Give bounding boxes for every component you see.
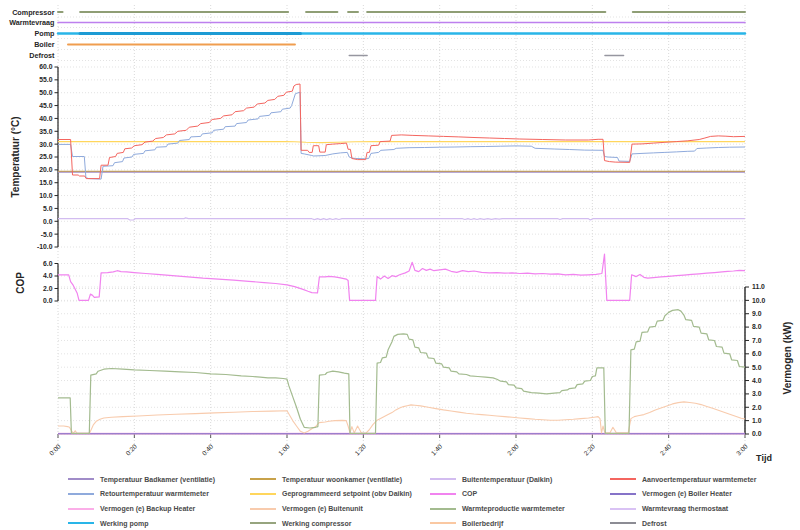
time-tick-label: 1:20 (353, 442, 367, 456)
power-tick-label: 1.0 (752, 417, 762, 424)
legend-item-warmtevraag-thermostaat: Warmtevraag thermostaat (610, 503, 728, 515)
legend-label-defrost: Defrost (642, 520, 667, 527)
temperature-tick-label: 45.0 (39, 102, 52, 109)
legend-item-buitentemperatuur-daikin: Buitentemperatuur (Daikin) (430, 473, 552, 485)
status-label-compressor: Compressor (12, 8, 55, 17)
time-tick-label: 1:00 (277, 442, 291, 456)
time-tick-label: 2:20 (582, 442, 596, 456)
series-buitentemperatuur-daikin (58, 218, 745, 220)
power-tick-label: 3.0 (752, 390, 762, 397)
legend-item-temperatuur-woonkamer-ventilatie: Temperatuur woonkamer (ventilatie) (250, 473, 402, 485)
legend-swatch-aanvoertemperatuur-warmtemeter (610, 478, 636, 480)
temperature-tick-label: 60.0 (39, 63, 52, 70)
status-label-warmtevraag: Warmtevraag (9, 18, 54, 27)
chart-legend: Temperatuur Badkamer (ventilatie)Retourt… (0, 470, 800, 530)
series-aanvoertemperatuur-warmtemeter (58, 84, 745, 179)
power-tick-label: 4.0 (752, 377, 762, 384)
temperature-tick-label: 0.0 (43, 218, 53, 225)
cop-tick-label: 4.0 (43, 272, 53, 279)
legend-item-cop: COP (430, 488, 477, 500)
power-tick-label: 0.0 (752, 430, 762, 437)
chart-canvas: 60.055.050.045.040.035.030.025.020.015.0… (0, 0, 800, 530)
legend-swatch-temperatuur-woonkamer-ventilatie (250, 478, 276, 480)
legend-swatch-buitentemperatuur-daikin (430, 478, 456, 480)
temperature-tick-label: 5.0 (43, 205, 53, 212)
series-vermogen-e-buitenunit (58, 402, 745, 433)
status-label-pomp: Pomp (35, 29, 56, 38)
status-label-boiler: Boiler (34, 40, 55, 49)
legend-label-aanvoertemperatuur-warmtemeter: Aanvoertemperatuur warmtemeter (642, 476, 756, 483)
legend-item-defrost: Defrost (610, 517, 667, 529)
legend-label-vermogen-e-boiler-heater: Vermogen (e) Boiler Heater (642, 490, 732, 497)
cop-tick-label: 6.0 (43, 260, 53, 267)
series-retourtemperatuur-warmtemeter (58, 92, 745, 179)
legend-item-boilerbedrijf: Boilerbedrijf (430, 517, 503, 529)
legend-label-werking-compressor: Werking compressor (282, 520, 352, 527)
power-tick-label: 2.0 (752, 404, 762, 411)
power-tick-label: 11.0 (752, 283, 765, 290)
legend-item-temperatuur-badkamer-ventilatie: Temperatuur Badkamer (ventilatie) (68, 473, 215, 485)
legend-swatch-werking-compressor (250, 522, 276, 524)
legend-label-warmteproductie-warmtemeter: Warmteproductie warmtemeter (462, 505, 565, 512)
cop-tick-label: 2.0 (43, 285, 53, 292)
series-cop (58, 254, 745, 300)
legend-swatch-temperatuur-badkamer-ventilatie (68, 478, 94, 480)
legend-label-vermogen-e-backup-heater: Vermogen (e) Backup Heater (100, 505, 195, 512)
legend-item-warmteproductie-warmtemeter: Warmteproductie warmtemeter (430, 503, 565, 515)
temperature-tick-label: 25.0 (39, 153, 52, 160)
legend-swatch-cop (430, 493, 456, 495)
power-axis-title: Vermogen (kW) (782, 322, 793, 395)
time-tick-label: 2:00 (506, 442, 520, 456)
legend-swatch-warmtevraag-thermostaat (610, 508, 636, 510)
temperature-axis-title: Temperatuur (°C) (10, 116, 21, 197)
legend-swatch-geprogrammeerd-setpoint-obv-daikin (250, 493, 276, 495)
cop-axis-title: COP (15, 272, 26, 294)
heatpump-monitor-chart: 60.055.050.045.040.035.030.025.020.015.0… (0, 0, 800, 530)
legend-item-geprogrammeerd-setpoint-obv-daikin: Geprogrammeerd setpoint (obv Daikin) (250, 488, 412, 500)
temperature-tick-label: 50.0 (39, 89, 52, 96)
power-tick-label: 10.0 (752, 297, 765, 304)
legend-label-warmtevraag-thermostaat: Warmtevraag thermostaat (642, 505, 728, 512)
temperature-tick-label: -5.0 (41, 231, 53, 238)
legend-item-werking-pomp: Werking pomp (68, 517, 148, 529)
legend-item-vermogen-e-backup-heater: Vermogen (e) Backup Heater (68, 503, 195, 515)
temperature-tick-label: 40.0 (39, 115, 52, 122)
legend-label-werking-pomp: Werking pomp (100, 520, 148, 527)
legend-swatch-boilerbedrijf (430, 522, 456, 524)
legend-label-temperatuur-woonkamer-ventilatie: Temperatuur woonkamer (ventilatie) (282, 476, 402, 483)
legend-swatch-retourtemperatuur-warmtemeter (68, 493, 94, 495)
series-geprogrammeerd-setpoint-obv-daikin (58, 142, 745, 143)
power-tick-label: 7.0 (752, 337, 762, 344)
legend-label-retourtemperatuur-warmtemeter: Retourtemperatuur warmtemeter (100, 490, 209, 497)
legend-swatch-vermogen-e-backup-heater (68, 508, 94, 510)
power-tick-label: 9.0 (752, 310, 762, 317)
legend-label-cop: COP (462, 490, 477, 497)
temperature-tick-label: 10.0 (39, 192, 52, 199)
legend-swatch-defrost (610, 522, 636, 524)
legend-label-buitentemperatuur-daikin: Buitentemperatuur (Daikin) (462, 476, 552, 483)
time-tick-label: 3:00 (735, 442, 749, 456)
power-tick-label: 5.0 (752, 364, 762, 371)
legend-item-vermogen-e-buitenunit: Vermogen (e) Buitenunit (250, 503, 363, 515)
temperature-tick-label: 20.0 (39, 166, 52, 173)
legend-swatch-warmteproductie-warmtemeter (430, 508, 456, 510)
temperature-tick-label: 35.0 (39, 128, 52, 135)
legend-swatch-werking-pomp (68, 522, 94, 524)
time-axis-title: Tijd (756, 453, 772, 463)
legend-label-temperatuur-badkamer-ventilatie: Temperatuur Badkamer (ventilatie) (100, 476, 215, 483)
cop-tick-label: 0.0 (43, 297, 53, 304)
temperature-tick-label: 55.0 (39, 76, 52, 83)
legend-label-geprogrammeerd-setpoint-obv-daikin: Geprogrammeerd setpoint (obv Daikin) (282, 490, 412, 497)
time-tick-label: 0:40 (200, 442, 214, 456)
time-tick-label: 0:20 (124, 442, 138, 456)
temperature-tick-label: -10.0 (37, 243, 53, 250)
time-tick-label: 0:00 (48, 442, 62, 456)
temperature-tick-label: 15.0 (39, 179, 52, 186)
legend-label-vermogen-e-buitenunit: Vermogen (e) Buitenunit (282, 505, 363, 512)
time-tick-label: 1:40 (429, 442, 443, 456)
legend-item-vermogen-e-boiler-heater: Vermogen (e) Boiler Heater (610, 488, 732, 500)
power-tick-label: 6.0 (752, 350, 762, 357)
power-tick-label: 8.0 (752, 323, 762, 330)
legend-item-werking-compressor: Werking compressor (250, 517, 352, 529)
legend-swatch-vermogen-e-boiler-heater (610, 493, 636, 495)
